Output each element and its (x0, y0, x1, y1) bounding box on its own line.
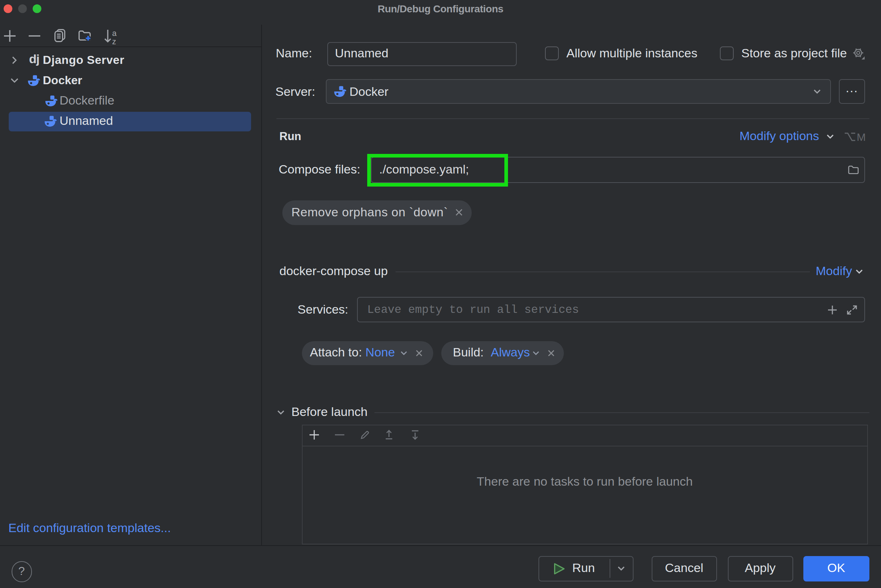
svg-text:M: M (857, 131, 866, 143)
svg-text:a: a (112, 29, 117, 38)
svg-text:z: z (112, 37, 116, 45)
